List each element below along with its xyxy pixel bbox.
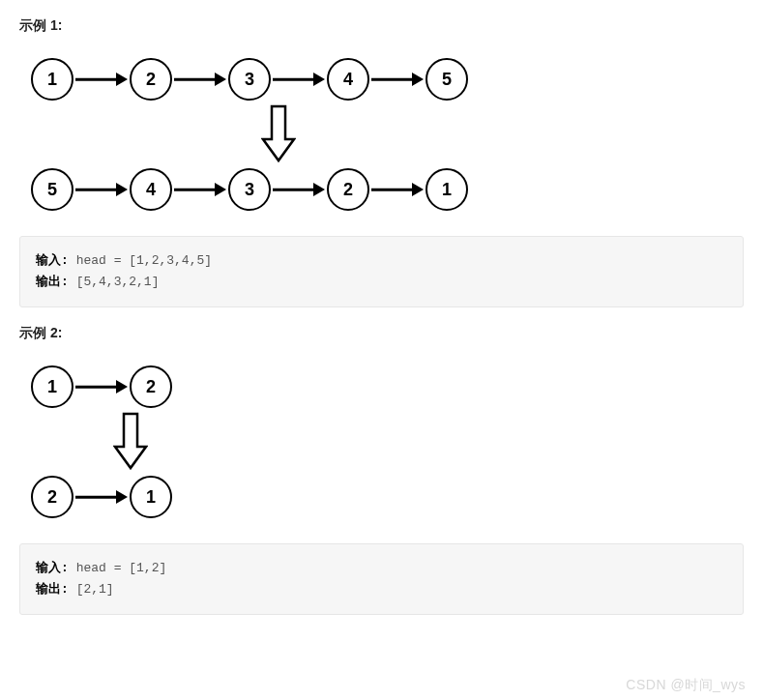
arrow-right-icon [73,58,130,101]
arrow-right-icon [73,168,130,211]
arrow-right-icon [369,168,426,211]
example1-before-list: 1 2 3 4 5 [31,58,732,101]
list-node: 1 [426,168,468,211]
list-node: 2 [31,476,73,518]
list-node: 1 [31,58,73,101]
transform-arrow-down-icon [261,104,296,164]
list-node: 3 [228,58,271,101]
example1-diagram: 1 2 3 4 5 5 4 3 2 1 [19,46,744,222]
example2-after-list: 2 1 [31,476,732,518]
code-output-line: 输出: [5,4,3,2,1] [36,272,727,293]
arrow-right-icon [271,58,327,101]
input-value: head = [1,2] [76,561,167,575]
list-node: 5 [426,58,468,101]
list-node: 5 [31,168,73,211]
code-output-line: 输出: [2,1] [36,579,727,600]
input-value: head = [1,2,3,4,5] [76,253,212,268]
list-node: 1 [31,365,73,408]
list-node: 2 [327,168,369,211]
arrow-right-icon [73,476,130,518]
list-node: 2 [130,58,172,101]
output-value: [2,1] [76,582,114,597]
list-node: 4 [327,58,369,101]
output-value: [5,4,3,2,1] [76,275,160,289]
output-label: 输出: [36,582,69,597]
input-label: 输入: [36,253,69,268]
arrow-right-icon [172,58,228,101]
example1-code-block: 输入: head = [1,2,3,4,5] 输出: [5,4,3,2,1] [19,236,744,307]
code-input-line: 输入: head = [1,2] [36,558,727,579]
example1-heading: 示例 1: [19,17,744,35]
input-label: 输入: [36,561,69,575]
code-input-line: 输入: head = [1,2,3,4,5] [36,250,727,272]
example2-code-block: 输入: head = [1,2] 输出: [2,1] [19,543,744,615]
list-node: 2 [130,365,172,408]
arrow-right-icon [369,58,426,101]
arrow-right-icon [73,365,130,408]
output-label: 输出: [36,275,69,289]
transform-arrow-down-icon [113,412,148,472]
list-node: 3 [228,168,271,211]
list-node: 4 [130,168,172,211]
example2-diagram: 1 2 2 1 [19,354,744,530]
example2-heading: 示例 2: [19,325,744,342]
arrow-right-icon [172,168,228,211]
watermark-text: CSDN @时间_wys [626,677,746,694]
example1-after-list: 5 4 3 2 1 [31,168,732,211]
list-node: 1 [130,476,172,518]
example2-before-list: 1 2 [31,365,732,408]
arrow-right-icon [271,168,327,211]
